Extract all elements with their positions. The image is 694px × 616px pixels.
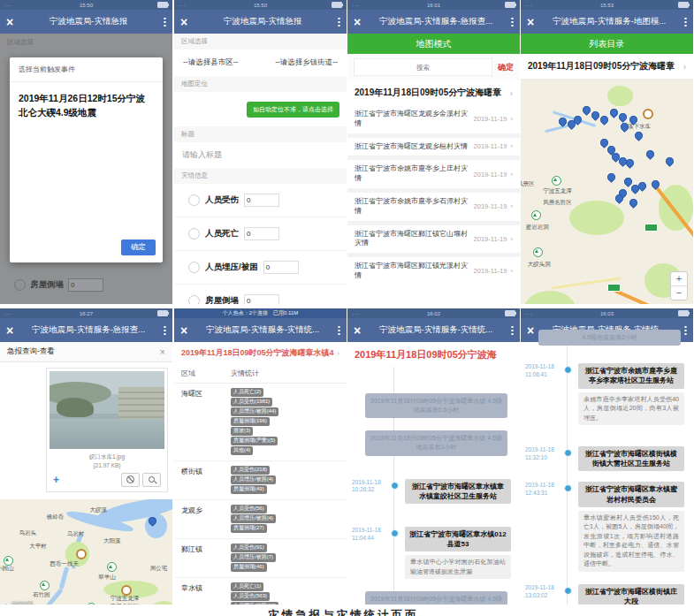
- disaster-pin[interactable]: [644, 148, 656, 160]
- report-list-item[interactable]: 浙江省宁波市海曙区龙观乡金溪村灾情 2019-11-19: [347, 105, 520, 133]
- stat-badge: 人员受伤(563): [231, 592, 270, 601]
- chevron-right-icon: [509, 142, 514, 150]
- entry-title: 浙江省宁波市海曙区章水镇蜜岩村村民委员会: [578, 482, 684, 506]
- report-list-item[interactable]: 浙江省宁波市海曙区鄞江镇它山堰村灾情 2019-11-19: [347, 225, 520, 254]
- number-input[interactable]: 0: [68, 278, 103, 292]
- region-name: 鄞江镇: [181, 544, 231, 573]
- stat-badge: 人员受伤(1981): [231, 398, 272, 407]
- disaster-pin[interactable]: [557, 116, 568, 127]
- close-icon[interactable]: [527, 16, 534, 28]
- search-input[interactable]: [354, 58, 492, 76]
- more-menu-icon[interactable]: [164, 17, 166, 27]
- radio-button[interactable]: [188, 262, 200, 273]
- radio-button[interactable]: [188, 194, 200, 206]
- more-menu-icon[interactable]: [164, 325, 166, 336]
- more-menu-icon[interactable]: [684, 17, 687, 27]
- entry-date: 2019-11-18: [352, 479, 394, 487]
- number-input[interactable]: 0: [244, 227, 279, 240]
- disaster-map[interactable]: 溪下水库宁波五龙潭风景名胜区风景区蜜岩岩洞大皎头洞 + −: [521, 79, 693, 304]
- event-title[interactable]: 2019年11月18日09时05分宁波海曙章水镇4: [174, 342, 347, 364]
- dialog-title: 选择当前触发事件: [10, 57, 163, 82]
- add-attachment-icon[interactable]: +: [53, 475, 59, 485]
- search-confirm-button[interactable]: 确定: [498, 62, 514, 73]
- timeline-entry: 2019-11-18 10:26:32 浙江省宁波市海曙区章水镇章水镇童皎社区卫…: [347, 479, 511, 504]
- timeline-dot: [564, 484, 572, 492]
- region-name: 章水镇: [181, 582, 231, 605]
- battery-icon: [505, 310, 515, 316]
- zoom-attachment-button[interactable]: [142, 473, 161, 487]
- relocate-button[interactable]: 如自动定位不准，请点击选择: [247, 102, 339, 118]
- list-mode-button[interactable]: 列表目录: [521, 34, 693, 54]
- location-map[interactable]: 大皎溪横岭岙鸟岩头乌岩村大平村大阳溪西岙一线天小园山翠羊山周公宅石竹园宁波五龙潭…: [0, 499, 172, 605]
- battery-icon: [332, 2, 342, 8]
- attachment-card: 皎口水库1.jpg (21.97 KB) +: [46, 368, 168, 492]
- phone-screen-report-detail: ··· 16:27 宁波地震局-灾情服务-急报查... 急报查询-查看 皎口水库…: [0, 308, 172, 605]
- event-group-title[interactable]: 2019年11月18日09时05分宁波海曙章: [521, 54, 693, 79]
- report-date: 2019-11-19: [474, 235, 507, 243]
- report-date: 2019-11-19: [474, 267, 507, 275]
- close-detail-icon[interactable]: [160, 346, 165, 357]
- stat-badge: 人员埋压/被困(4): [231, 514, 276, 523]
- field-label: 人员受伤: [205, 194, 239, 206]
- app-bar: 宁波地震局-灾情服务-急报查...: [0, 318, 172, 342]
- disaster-pin[interactable]: [599, 114, 610, 125]
- event-group-title[interactable]: 2019年11月18日09时05分宁波海曙章: [347, 80, 520, 105]
- number-input[interactable]: 0: [263, 261, 299, 274]
- zoom-in-button[interactable]: +: [671, 272, 687, 286]
- chevron-right-icon: [510, 88, 513, 98]
- close-icon[interactable]: [180, 324, 187, 337]
- stat-badges: 人员死亡(2)人员受伤(1981)人员埋压/被困(44)房屋倒塌(196)滑坡(…: [231, 388, 339, 456]
- close-icon[interactable]: [354, 16, 361, 28]
- rotate-attachment-button[interactable]: [121, 473, 140, 487]
- section-label-title: 标题: [174, 126, 347, 142]
- disaster-pin[interactable]: [664, 156, 675, 167]
- map-mode-button[interactable]: 地图模式: [347, 34, 520, 54]
- stats-table: 海曙区 人员死亡(2)人员受伤(1981)人员埋压/被困(44)房屋倒塌(196…: [174, 384, 347, 605]
- chevron-right-icon: [509, 171, 514, 179]
- number-input[interactable]: 0: [244, 194, 279, 207]
- close-icon[interactable]: [354, 324, 361, 337]
- event-title-text: 2019年11月18日09时05分宁波海曙章水镇4: [181, 347, 334, 359]
- more-menu-icon[interactable]: [338, 17, 340, 27]
- more-menu-icon[interactable]: [338, 325, 340, 336]
- zoom-out-button[interactable]: −: [671, 286, 687, 300]
- battery-icon: [157, 310, 168, 316]
- timeline-entry: 2019-11-18 11:04:44 浙江省宁波市海曙区章水镇012县道53 …: [347, 527, 511, 579]
- page-title: 宁波地震局-灾情急报: [18, 16, 159, 27]
- stat-badge: 滑坡(3): [231, 427, 253, 436]
- title-input[interactable]: 请输入标题: [174, 142, 347, 168]
- county-select[interactable]: --请选择县市区--: [183, 57, 238, 68]
- more-menu-icon[interactable]: [511, 325, 514, 336]
- app-bar: 宁波地震局-灾情服务-灾情统...: [347, 318, 520, 342]
- disaster-pin[interactable]: [619, 121, 630, 133]
- close-icon[interactable]: [6, 324, 13, 337]
- stat-badges: 人员受伤(91)人员埋压/被困(7)房屋倒塌(46): [231, 544, 339, 573]
- number-input[interactable]: 0: [244, 294, 279, 304]
- confirm-button[interactable]: 确定: [121, 240, 156, 255]
- event-title[interactable]: 2019年11月18日09时05分宁波海: [347, 342, 520, 367]
- report-list-item[interactable]: 浙江省宁波市海曙区鄞江镇光溪村灾情 2019-11-19: [347, 257, 520, 285]
- radio-button[interactable]: [14, 279, 26, 291]
- more-menu-icon[interactable]: [511, 17, 514, 27]
- disaster-pin[interactable]: [633, 130, 644, 141]
- field-label: 人员埋压/被困: [205, 262, 258, 273]
- close-icon[interactable]: [6, 16, 13, 28]
- section-label-map: 地图定位: [174, 76, 347, 92]
- attachment-photo[interactable]: [50, 371, 164, 449]
- region-name: 海曙区: [181, 388, 231, 456]
- report-list-item[interactable]: 浙江省宁波市余姚市鹿亭乡上庄村灾情 2019-11-19: [347, 160, 520, 188]
- app-bar: 宁波地震局-灾情服务-急报查...: [347, 10, 520, 34]
- disaster-pin[interactable]: [628, 114, 639, 125]
- radio-button[interactable]: [188, 228, 200, 240]
- report-list-item[interactable]: 浙江省宁波市余姚市鹿亭乡石潭村灾情 2019-11-19: [347, 193, 520, 221]
- report-list-item[interactable]: 浙江省宁波市海曙区龙观乡桓村灾情 2019-11-19: [347, 138, 520, 156]
- disaster-pin[interactable]: [650, 179, 661, 190]
- town-select[interactable]: --请选择乡镇街道--: [275, 57, 338, 68]
- map-label: 大平村: [29, 543, 47, 551]
- disaster-pin[interactable]: [606, 171, 617, 183]
- disaster-pin[interactable]: [628, 197, 639, 209]
- chevron-right-icon: [683, 62, 686, 72]
- radio-button[interactable]: [188, 295, 200, 304]
- disaster-pin[interactable]: [617, 111, 629, 123]
- close-icon[interactable]: [180, 16, 187, 28]
